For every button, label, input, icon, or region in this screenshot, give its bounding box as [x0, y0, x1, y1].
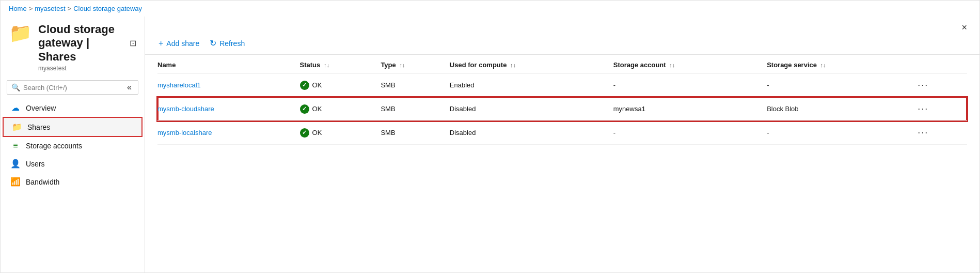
- sidebar-title-row: Cloud storage gateway | Shares ⊡: [38, 23, 136, 64]
- table-row[interactable]: mysharelocal1✓OKSMBEnabled--···: [157, 73, 967, 97]
- more-options-button[interactable]: ···: [914, 102, 931, 115]
- content-header: ×: [145, 17, 979, 32]
- sidebar-item-shares[interactable]: 📁 Shares: [3, 117, 143, 137]
- collapse-button[interactable]: «: [125, 83, 134, 92]
- cell-storage-account: mynewsa1: [613, 97, 767, 121]
- cell-more[interactable]: ···: [914, 121, 967, 145]
- cell-name: mysmb-localshare: [157, 121, 300, 145]
- cell-storage-service: -: [767, 73, 914, 97]
- breadcrumb-sep2: >: [68, 5, 72, 12]
- cell-storage-service: Block Blob: [767, 97, 914, 121]
- sidebar-item-label-users: Users: [26, 160, 45, 168]
- add-share-button[interactable]: + Add share: [157, 37, 200, 50]
- sidebar: 📁 Cloud storage gateway | Shares ⊡ myase…: [1, 17, 145, 272]
- col-name: Name: [157, 57, 300, 73]
- folder-icon: 📁: [9, 24, 32, 42]
- sidebar-item-label-shares: Shares: [27, 123, 50, 131]
- cell-storage-account: -: [613, 121, 767, 145]
- cell-storage-service: -: [767, 121, 914, 145]
- cell-status: ✓OK: [300, 73, 381, 97]
- col-type: Type ↑↓: [381, 57, 449, 73]
- sidebar-header: 📁 Cloud storage gateway | Shares ⊡ myase…: [1, 17, 145, 76]
- status-label: OK: [312, 129, 322, 136]
- cloud-icon: ☁: [10, 103, 21, 113]
- sidebar-item-label-bandwidth: Bandwidth: [26, 178, 59, 186]
- cell-compute: Enabled: [450, 73, 613, 97]
- cell-more[interactable]: ···: [914, 97, 967, 121]
- azure-window: Home > myasetest > Cloud storage gateway…: [0, 0, 980, 273]
- cell-name: mysharelocal1: [157, 73, 300, 97]
- col-compute: Used for compute ↑↓: [450, 57, 613, 73]
- sort-icon-storage-account: ↑↓: [669, 62, 675, 68]
- status-ok-icon: ✓: [300, 104, 309, 114]
- cell-more[interactable]: ···: [914, 73, 967, 97]
- sidebar-subtitle: myasetest: [38, 65, 136, 72]
- cell-type: SMB: [381, 121, 449, 145]
- sidebar-item-storage-accounts[interactable]: ≡ Storage accounts: [1, 137, 145, 155]
- sidebar-title-group: Cloud storage gateway | Shares ⊡ myasete…: [38, 23, 136, 72]
- page-title: Cloud storage gateway | Shares: [38, 23, 125, 64]
- refresh-button[interactable]: ↻ Refresh: [209, 36, 246, 50]
- table-header-row: Name Status ↑↓ Type ↑↓ Used fo: [157, 57, 967, 73]
- content-panel: × + Add share ↻ Refresh: [145, 17, 979, 272]
- sort-icon-compute: ↑↓: [510, 62, 516, 68]
- status-ok-icon: ✓: [300, 81, 309, 90]
- users-icon: 👤: [10, 159, 21, 169]
- breadcrumb-home[interactable]: Home: [9, 5, 27, 12]
- shares-table: Name Status ↑↓ Type ↑↓ Used fo: [157, 57, 967, 145]
- sidebar-item-bandwidth[interactable]: 📶 Bandwidth: [1, 173, 145, 191]
- col-status: Status ↑↓: [300, 57, 381, 73]
- col-storage-account: Storage account ↑↓: [613, 57, 767, 73]
- more-options-button[interactable]: ···: [914, 79, 931, 92]
- breadcrumb: Home > myasetest > Cloud storage gateway: [1, 1, 979, 17]
- table-row[interactable]: mysmb-localshare✓OKSMBDisabled--···: [157, 121, 967, 145]
- sidebar-item-overview[interactable]: ☁ Overview: [1, 99, 145, 117]
- search-input[interactable]: [23, 84, 122, 92]
- status-label: OK: [312, 105, 322, 113]
- more-options-button[interactable]: ···: [914, 126, 931, 139]
- refresh-icon: ↻: [210, 38, 216, 48]
- close-button[interactable]: ×: [961, 23, 967, 32]
- breadcrumb-current: Cloud storage gateway: [73, 5, 142, 12]
- cell-type: SMB: [381, 97, 449, 121]
- sort-icon-type: ↑↓: [399, 62, 405, 68]
- search-box: 🔍 «: [7, 80, 138, 95]
- cell-compute: Disabled: [450, 121, 613, 145]
- cell-storage-account: -: [613, 73, 767, 97]
- add-icon: +: [159, 39, 163, 48]
- cell-status: ✓OK: [300, 97, 381, 121]
- cell-type: SMB: [381, 73, 449, 97]
- status-label: OK: [312, 81, 322, 89]
- status-ok-icon: ✓: [300, 128, 309, 138]
- breadcrumb-sep1: >: [29, 5, 33, 12]
- table-row[interactable]: mysmb-cloudshare✓OKSMBDisabledmynewsa1Bl…: [157, 97, 967, 121]
- toolbar: + Add share ↻ Refresh: [145, 32, 979, 55]
- cell-status: ✓OK: [300, 121, 381, 145]
- cell-name: mysmb-cloudshare: [157, 97, 300, 121]
- shares-table-container: Name Status ↑↓ Type ↑↓ Used fo: [145, 55, 979, 272]
- main-area: 📁 Cloud storage gateway | Shares ⊡ myase…: [1, 17, 979, 272]
- col-actions: [914, 57, 967, 73]
- cell-compute: Disabled: [450, 97, 613, 121]
- sort-icon-status: ↑↓: [324, 62, 329, 68]
- pin-icon[interactable]: ⊡: [130, 38, 136, 48]
- sidebar-item-users[interactable]: 👤 Users: [1, 155, 145, 173]
- sidebar-item-label-overview: Overview: [26, 104, 56, 112]
- breadcrumb-myasetest[interactable]: myasetest: [35, 5, 65, 12]
- sort-icon-storage-service: ↑↓: [820, 62, 826, 68]
- col-storage-service: Storage service ↑↓: [767, 57, 914, 73]
- search-icon: 🔍: [11, 83, 20, 92]
- sidebar-item-label-storage: Storage accounts: [26, 142, 82, 150]
- storage-accounts-icon: ≡: [10, 141, 21, 150]
- shares-folder-icon: 📁: [12, 122, 22, 132]
- bandwidth-icon: 📶: [10, 177, 21, 187]
